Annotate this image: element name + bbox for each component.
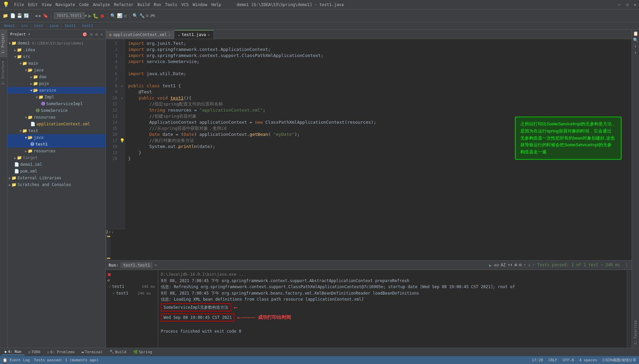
tree-item-dao[interactable]: ▶ 📁 dao [7,73,106,80]
breadcrumb-test1-folder[interactable]: test1 [65,24,76,28]
tree-item-someservice[interactable]: 🅘 SomeService [7,107,106,114]
project-panel-tab[interactable]: 1: Project [0,30,7,57]
side-rerun-icon[interactable]: ↺ [107,278,156,282]
right-tool-2[interactable]: 🔍 [633,37,638,42]
statusbar-encoding[interactable]: UTF-8 [563,358,574,362]
run-rerun-icon[interactable]: ↺↺ [494,263,499,268]
save-btn[interactable]: 💾 [17,13,22,18]
bottom-tab-todo[interactable]: ☑ TODO [25,349,43,355]
run-tab-close[interactable]: ✕ [154,263,157,267]
tree-item-idea[interactable]: ▶ 📁 .idea [7,47,106,53]
run-down-icon[interactable]: ↓ [528,263,530,268]
test-tree-item-root[interactable]: ✓ test1 246 ms [106,283,158,290]
menu-analyze[interactable]: Analyze [91,2,112,7]
tree-item-java-test[interactable]: ▼ 📂 java [7,134,106,141]
bottom-tab-run[interactable]: ▶ 4: Run [1,349,25,355]
run-button[interactable]: ▶ [88,12,92,19]
menu-navigate[interactable]: Navigate [54,2,77,7]
tree-item-target[interactable]: ▶ 📁 target [7,154,106,161]
sidebar-close-icon[interactable]: ✕ [100,32,103,37]
recent-btn[interactable]: 🔖 [43,13,48,18]
statusbar-crlf[interactable]: CRLF [548,358,557,362]
side-stop-icon[interactable]: ⏹ [107,272,156,277]
sync-btn[interactable]: 🔄 [24,13,29,18]
debug-button[interactable]: 🐛 [93,13,98,19]
run-collapse-icon[interactable]: ⊟ [519,263,521,268]
tree-item-java-main[interactable]: ▼ 📂 java [7,67,106,73]
menu-code[interactable]: Code [77,2,91,7]
run-console[interactable]: D:\Java\jdk-14.0.1\bin\java.exe ... 9月 0… [158,270,627,348]
run-config-arrow[interactable]: ▼ [85,13,87,18]
run-up-icon[interactable]: ↑ [523,263,526,268]
tree-item-appctx[interactable]: 📄 applicationContext.xml [7,121,106,127]
tree-item-demo1iml[interactable]: 📄 demo1.iml [7,161,106,168]
right-tool-1[interactable]: 📋 [633,31,638,36]
warning-down-icon[interactable]: ↓ [112,230,114,234]
run-panel-menu-icon[interactable]: ⋮ [625,263,629,268]
appctx-tab-close[interactable]: ✕ [169,33,171,37]
tree-item-extlibs[interactable]: ▶ 📁 External Libraries [7,175,106,181]
warning-up-icon[interactable]: ↑ [109,230,111,234]
bottom-tab-problems[interactable]: ⚠ 6: Problems [44,349,78,355]
breadcrumb-src[interactable]: src [21,24,28,28]
tree-item-service[interactable]: ▼ 📂 service [7,87,106,94]
bottom-tab-build[interactable]: 🔨 Build [106,349,130,355]
menu-window[interactable]: Window [191,2,209,7]
run-config-dropdown[interactable]: TEST1.TEST1 [54,12,85,19]
statusbar-event-log[interactable]: 📋 Event Log [3,358,30,362]
coverage-btn[interactable]: 🔍 [110,13,116,18]
menu-vcs[interactable]: VCS [179,2,191,7]
run-tab-name[interactable]: test1.test1 [120,262,152,268]
breadcrumb-demo1[interactable]: demo1 [4,24,15,28]
profiler-btn[interactable]: 📊 [117,13,122,18]
minimize-button[interactable]: — [618,2,620,7]
tab-test1[interactable]: ☕ test1.java ✕ [174,30,214,39]
tree-item-pojo[interactable]: ▶ 📁 pojo [7,80,106,87]
tree-item-resources[interactable]: ▼ 📁 resources [7,114,106,121]
tree-item-impl[interactable]: ▼ 📁 Impl [7,94,106,100]
settings-btn[interactable]: ⚙ [124,13,126,19]
menu-refactor[interactable]: Refactor [112,2,136,7]
extra-btn[interactable]: 🎮 [150,13,155,18]
sidebar-settings-icon[interactable]: ⚙ [95,32,98,37]
back-btn[interactable]: ◀ [35,13,37,18]
structure-panel-tab[interactable]: 2: Structure [0,57,7,88]
breadcrumb-test[interactable]: test [34,24,43,28]
test1-tab-close[interactable]: ✕ [208,33,210,37]
menu-help[interactable]: Help [209,2,223,7]
run-play-icon[interactable]: ▶ [489,263,492,268]
new-file-btn[interactable]: 📄 [10,13,16,18]
right-tool-3[interactable]: ⬆ [634,44,637,49]
statusbar-spaces[interactable]: 4 spaces [579,358,597,362]
tree-item-src[interactable]: ▼ 📁 src [7,53,106,60]
tree-item-main[interactable]: ▼ 📁 main [7,60,106,67]
right-tool-favorites[interactable]: 2: Favorites [633,318,638,346]
menu-view[interactable]: View [40,2,54,7]
menu-edit[interactable]: Edit [26,2,40,7]
stop-button[interactable]: ⏹ [100,13,105,19]
run-sort-icon[interactable]: ⬆⬇ [508,263,513,268]
menu-build[interactable]: Build [136,2,152,7]
run-expand-icon[interactable]: ⊞ [515,263,517,268]
bottom-tab-spring[interactable]: 🌿 Spring [130,349,156,355]
bottom-tab-terminal[interactable]: ▬ Terminal [78,349,106,355]
tree-item-pomxml[interactable]: 📄 pom.xml [7,168,106,175]
forward-btn[interactable]: ▶ [39,13,41,18]
test-tree-item-child[interactable]: ✓ test1 246 ms [106,290,158,297]
search-btn[interactable]: 🔍 [133,13,138,18]
right-tool-4[interactable]: ⬇ [634,50,637,55]
tab-appctx[interactable]: ⚙ applicationContext.xml ✕ [106,31,174,39]
more-tools-btn[interactable]: 🔧 [139,13,145,18]
tree-item-test[interactable]: ▼ 📁 test [7,127,106,134]
run-az-icon[interactable]: AZ [501,263,505,268]
grid-btn[interactable]: ⊞ [146,13,149,18]
sidebar-collapse-icon[interactable]: ⊟ [90,32,92,37]
close-button[interactable]: ✕ [634,2,636,7]
tree-item-test1[interactable]: 🅣 test1 [7,141,106,148]
maximize-button[interactable]: ❐ [626,2,629,7]
menu-run[interactable]: Run [152,2,163,7]
breadcrumb-test1-file[interactable]: test1 [82,24,93,28]
sidebar-locate-icon[interactable]: 🎯 [82,32,87,37]
tree-item-test-resources[interactable]: ▶ 📁 resources [7,148,106,154]
tree-item-demo1[interactable]: ▼ 📁 demo1 G:\IDEA\S3\Spring\demo1 [7,40,106,47]
